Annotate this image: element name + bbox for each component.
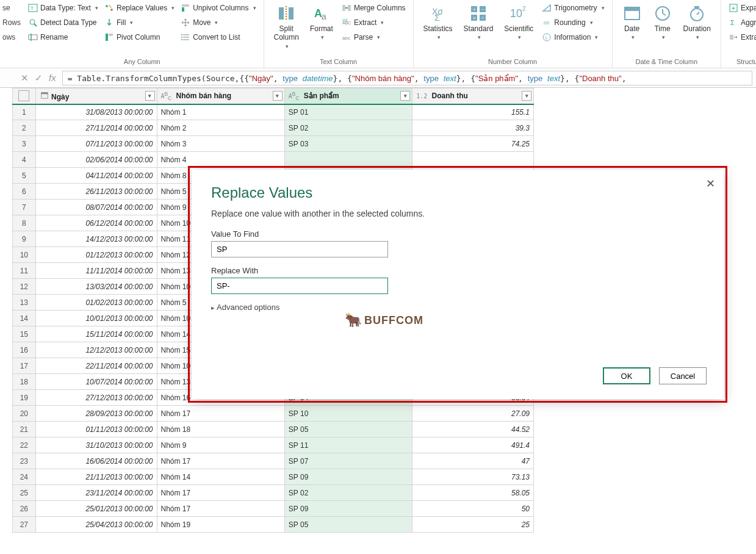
formula-input[interactable]: = Table.TransformColumnTypes(Source,{{"N… (62, 71, 752, 85)
cell-date[interactable]: 08/07/2014 00:00:00 (35, 200, 157, 215)
detect-type-button[interactable]: Detect Data Type (27, 17, 99, 28)
cell-revenue[interactable]: 491.4 (412, 437, 534, 453)
cell-revenue[interactable]: 50 (412, 501, 534, 517)
cell-product[interactable]: SP 07 (284, 453, 412, 469)
cell-product[interactable]: SP 02 (284, 120, 412, 136)
cell-product[interactable] (284, 152, 412, 168)
cell-group[interactable]: Nhóm 18 (157, 422, 284, 437)
cell-product[interactable]: SP 01 (284, 104, 412, 120)
cell-revenue[interactable]: 44.52 (412, 422, 534, 437)
rounding-button[interactable]: .00 Rounding (541, 17, 605, 28)
accept-formula-icon[interactable]: ✓ (35, 73, 43, 84)
parse-button[interactable]: abc Parse (340, 32, 407, 43)
pivot-button[interactable]: Pivot Column (103, 32, 176, 43)
cell-date[interactable]: 21/11/2013 00:00:00 (35, 469, 157, 485)
cell-group[interactable]: Nhóm 4 (157, 152, 284, 168)
table-row[interactable]: 2101/11/2013 00:00:00Nhóm 18SP 0544.52 (13, 422, 534, 437)
cell-date[interactable]: 01/02/2013 00:00:00 (35, 295, 157, 311)
cell-product[interactable]: SP 10 (284, 406, 412, 422)
row-number[interactable]: 23 (13, 453, 36, 469)
column-header-group[interactable]: ABC Nhóm bán hàng ▾ (157, 88, 284, 104)
corner-cell[interactable] (13, 88, 36, 104)
convert-list-button[interactable]: Convert to List (179, 32, 257, 43)
extract-button[interactable]: ABC123 Extract (340, 17, 407, 28)
row-number[interactable]: 10 (13, 247, 36, 263)
cell-date[interactable]: 12/12/2013 00:00:00 (35, 342, 157, 358)
row-number[interactable]: 8 (13, 215, 36, 231)
table-row[interactable]: 307/11/2013 00:00:00Nhóm 3SP 0374.25 (13, 136, 534, 152)
close-icon[interactable]: ✕ (706, 177, 715, 190)
row-number[interactable]: 9 (13, 231, 36, 247)
cell-product[interactable]: SP 05 (284, 517, 412, 533)
row-number[interactable]: 24 (13, 469, 36, 485)
row-number[interactable]: 14 (13, 311, 36, 326)
cell-group[interactable]: Nhóm 3 (157, 136, 284, 152)
cell-product[interactable]: SP 09 (284, 501, 412, 517)
split-column-button[interactable]: SplitColumn (270, 2, 303, 51)
cell-date[interactable]: 28/09/2013 00:00:00 (35, 406, 157, 422)
row-number[interactable]: 2 (13, 120, 36, 136)
cell-date[interactable]: 11/11/2014 00:00:00 (35, 263, 157, 279)
cell-date[interactable]: 10/01/2013 00:00:00 (35, 311, 157, 326)
advanced-options-toggle[interactable]: Advanced options (211, 303, 704, 312)
move-button[interactable]: Move (179, 17, 257, 28)
date-button[interactable]: Date (619, 2, 646, 42)
merge-columns-button[interactable]: Merge Columns (340, 2, 407, 13)
fill-button[interactable]: Fill (103, 17, 176, 28)
row-number[interactable]: 19 (13, 390, 36, 406)
column-header-revenue[interactable]: 1.2 Doanh thu ▾ (412, 88, 534, 104)
cell-revenue[interactable]: 73.13 (412, 469, 534, 485)
cell-date[interactable]: 13/03/2014 00:00:00 (35, 279, 157, 295)
table-row[interactable]: 402/06/2014 00:00:00Nhóm 4 (13, 152, 534, 168)
column-header-product[interactable]: ABC Sản phẩm ▾ (284, 88, 412, 104)
rename-button[interactable]: Rename (27, 32, 99, 43)
cell-date[interactable]: 25/01/2013 00:00:00 (35, 501, 157, 517)
cell-group[interactable]: Nhóm 1 (157, 104, 284, 120)
row-number[interactable]: 1 (13, 104, 36, 120)
cell-group[interactable]: Nhóm 17 (157, 453, 284, 469)
cell-date[interactable]: 04/11/2014 00:00:00 (35, 168, 157, 184)
row-number[interactable]: 18 (13, 374, 36, 390)
row-number[interactable]: 3 (13, 136, 36, 152)
fx-icon[interactable]: fx (49, 73, 56, 83)
filter-icon[interactable]: ▾ (400, 91, 410, 101)
aggregate-button[interactable]: Σ Aggreg (727, 17, 756, 28)
cell-product[interactable]: SP 02 (284, 485, 412, 501)
cell-date[interactable]: 26/11/2013 00:00:00 (35, 184, 157, 200)
row-number[interactable]: 5 (13, 168, 36, 184)
cancel-button[interactable]: Cancel (659, 367, 707, 384)
cell-date[interactable]: 27/11/2014 00:00:00 (35, 120, 157, 136)
filter-icon[interactable]: ▾ (522, 91, 531, 101)
replace-with-input[interactable] (211, 278, 388, 294)
row-number[interactable]: 7 (13, 200, 36, 215)
cell-date[interactable]: 01/11/2013 00:00:00 (35, 422, 157, 437)
table-row[interactable]: 2421/11/2013 00:00:00Nhóm 14SP 0973.13 (13, 469, 534, 485)
cell-date[interactable]: 22/11/2014 00:00:00 (35, 358, 157, 374)
cell-date[interactable]: 27/12/2013 00:00:00 (35, 390, 157, 406)
row-number[interactable]: 26 (13, 501, 36, 517)
cell-group[interactable]: Nhóm 14 (157, 469, 284, 485)
cell-revenue[interactable]: 39.3 (412, 120, 534, 136)
cell-group[interactable]: Nhóm 17 (157, 406, 284, 422)
statistics-button[interactable]: ΧσΣ Statistics (420, 2, 456, 43)
row-number[interactable]: 20 (13, 406, 36, 422)
table-row[interactable]: 227/11/2014 00:00:00Nhóm 2SP 0239.3 (13, 120, 534, 136)
cell-date[interactable]: 31/10/2013 00:00:00 (35, 437, 157, 453)
row-number[interactable]: 15 (13, 326, 36, 342)
cell-date[interactable]: 25/04/2013 00:00:00 (35, 517, 157, 533)
filter-icon[interactable]: ▾ (273, 91, 283, 101)
column-header-date[interactable]: Ngày ▾ (35, 88, 157, 104)
extract-values-button[interactable]: Extract (727, 32, 756, 43)
row-number[interactable]: 12 (13, 279, 36, 295)
cell-date[interactable]: 02/06/2014 00:00:00 (35, 152, 157, 168)
time-button[interactable]: Time (649, 2, 676, 42)
cell-date[interactable]: 07/11/2013 00:00:00 (35, 136, 157, 152)
trig-button[interactable]: Trigonometry (541, 2, 605, 13)
table-row[interactable]: 2231/10/2013 00:00:00Nhóm 9SP 11491.4 (13, 437, 534, 453)
expand-button[interactable]: + Expand (727, 2, 756, 13)
cell-product[interactable]: SP 05 (284, 422, 412, 437)
cell-revenue[interactable]: 58.05 (412, 485, 534, 501)
row-number[interactable]: 11 (13, 263, 36, 279)
cell-revenue[interactable]: 25 (412, 517, 534, 533)
cell-group[interactable]: Nhóm 19 (157, 517, 284, 533)
